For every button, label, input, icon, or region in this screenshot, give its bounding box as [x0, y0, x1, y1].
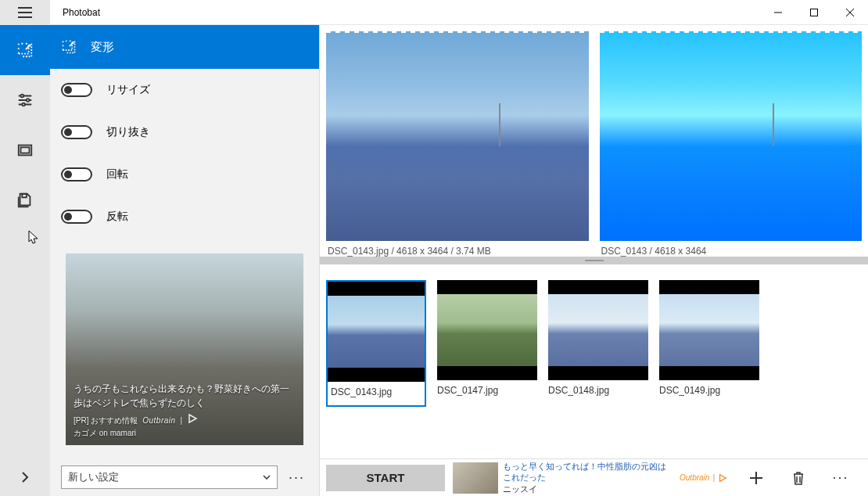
- sliders-icon: [16, 92, 34, 109]
- svg-point-2: [27, 99, 30, 102]
- thumbnail-label: DSC_0149.jpg: [659, 380, 759, 396]
- cursor-icon: [28, 230, 39, 244]
- footer-ad-text: もっと早く知ってれば！中性脂肪の元凶はこれだった ニッスイ: [503, 461, 675, 494]
- thumbnail-item[interactable]: DSC_0143.jpg: [326, 280, 426, 407]
- plus-icon: [748, 470, 764, 486]
- preview-after: DSC_0143 / 4618 x 3464: [600, 31, 863, 257]
- thumbnail-item[interactable]: DSC_0147.jpg: [437, 280, 537, 396]
- frame-icon: [16, 142, 34, 159]
- thumbnail-item[interactable]: DSC_0149.jpg: [659, 280, 759, 396]
- app-title: Photobat: [50, 7, 760, 18]
- thumbnail-label: DSC_0143.jpg: [328, 382, 425, 397]
- tool-save[interactable]: [0, 175, 50, 225]
- toggle-flip[interactable]: [61, 210, 92, 224]
- save-stack-icon: [16, 192, 34, 209]
- ad-play-icon: [187, 413, 198, 427]
- cursor-placeholder: [0, 225, 50, 275]
- start-button-label: START: [367, 471, 405, 484]
- content-area: DSC_0143.jpg / 4618 x 3464 / 3.74 MB DSC…: [320, 25, 868, 496]
- crop-icon: [61, 39, 77, 55]
- thumbnail-label: DSC_0148.jpg: [548, 380, 648, 396]
- thumbnail-image: [437, 280, 537, 380]
- ad-play-icon: [718, 473, 727, 483]
- options-more-button[interactable]: ···: [285, 469, 308, 486]
- option-flip[interactable]: 反転: [50, 196, 319, 238]
- ad-sub: カゴメ on mamari: [74, 427, 296, 439]
- start-button[interactable]: START: [326, 465, 445, 491]
- rail-expand-button[interactable]: [0, 458, 50, 496]
- toggle-crop[interactable]: [61, 125, 92, 139]
- thumbnail-strip: DSC_0143.jpg DSC_0147.jpg DSC_0148.jpg D…: [320, 264, 868, 458]
- chevron-down-icon: [263, 475, 271, 480]
- preview-after-image[interactable]: [600, 31, 863, 241]
- ad-separator: |: [181, 415, 183, 426]
- toggle-resize[interactable]: [61, 83, 92, 97]
- ad-brand: Outbrain: [142, 415, 175, 426]
- thumbnail-image: [328, 282, 425, 382]
- option-rotate-label: 回転: [106, 167, 128, 182]
- settings-select[interactable]: 新しい設定: [61, 465, 278, 489]
- option-crop-label: 切り抜き: [106, 125, 150, 139]
- horizontal-splitter[interactable]: [320, 257, 868, 264]
- window-controls: [760, 0, 868, 24]
- svg-rect-0: [811, 9, 818, 16]
- footer-ad-line2: ニッスイ: [503, 483, 675, 494]
- footer-ad-image: [453, 462, 498, 494]
- option-crop[interactable]: 切り抜き: [50, 111, 319, 153]
- tool-rail: [0, 25, 50, 496]
- ad-headline: うちの子もこれなら出来るかも？野菜好きへの第一歩はベジトレで焦らずたのしく: [74, 382, 296, 410]
- tool-frame[interactable]: [0, 125, 50, 175]
- preview-after-caption: DSC_0143 / 4618 x 3464: [600, 241, 863, 257]
- more-icon: ···: [829, 469, 852, 486]
- hamburger-icon: [18, 7, 32, 18]
- main-row: 変形 リサイズ 切り抜き 回転 反転 うちの子もこれなら出来るかも？野菜好きへの…: [0, 25, 868, 496]
- trash-icon: [791, 470, 806, 486]
- add-button[interactable]: [735, 459, 777, 497]
- preview-before-caption: DSC_0143.jpg / 4618 x 3464 / 3.74 MB: [326, 241, 589, 257]
- options-panel: 変形 リサイズ 切り抜き 回転 反転 うちの子もこれなら出来るかも？野菜好きへの…: [50, 25, 320, 496]
- preview-row: DSC_0143.jpg / 4618 x 3464 / 3.74 MB DSC…: [320, 25, 868, 257]
- footer-more-button[interactable]: ···: [820, 459, 862, 497]
- tool-adjust[interactable]: [0, 75, 50, 125]
- toggle-rotate[interactable]: [61, 167, 92, 182]
- footer-ad-brand: Outbrain: [680, 473, 709, 482]
- footer-icons: ···: [735, 459, 862, 497]
- svg-point-3: [22, 103, 25, 106]
- option-flip-label: 反転: [106, 210, 128, 224]
- option-resize-label: リサイズ: [106, 83, 150, 97]
- content-footer: START もっと早く知ってれば！中性脂肪の元凶はこれだった ニッスイ Outb…: [320, 458, 868, 496]
- settings-select-label: 新しい設定: [68, 470, 119, 484]
- ad-separator: |: [712, 473, 715, 482]
- preview-before: DSC_0143.jpg / 4618 x 3464 / 3.74 MB: [326, 31, 589, 257]
- preview-before-image[interactable]: [326, 31, 589, 241]
- thumbnail-image: [548, 280, 648, 380]
- options-header[interactable]: 変形: [50, 25, 319, 69]
- svg-rect-6: [22, 194, 26, 198]
- hamburger-button[interactable]: [0, 0, 50, 24]
- option-rotate[interactable]: 回転: [50, 153, 319, 196]
- options-bottombar: 新しい設定 ···: [50, 458, 319, 496]
- footer-ad[interactable]: もっと早く知ってれば！中性脂肪の元凶はこれだった ニッスイ Outbrain |: [453, 461, 727, 495]
- minimize-button[interactable]: [760, 0, 796, 24]
- svg-rect-5: [21, 147, 30, 153]
- svg-point-1: [21, 95, 24, 98]
- thumbnail-item[interactable]: DSC_0148.jpg: [548, 280, 648, 396]
- footer-ad-brand-wrap: Outbrain |: [680, 473, 727, 483]
- ad-panel[interactable]: うちの子もこれなら出来るかも？野菜好きへの第一歩はベジトレで焦らずたのしく [P…: [66, 253, 303, 445]
- ad-text: うちの子もこれなら出来るかも？野菜好きへの第一歩はベジトレで焦らずたのしく [P…: [74, 382, 296, 439]
- footer-ad-line1: もっと早く知ってれば！中性脂肪の元凶はこれだった: [503, 461, 675, 483]
- chevron-right-icon: [21, 472, 29, 483]
- tool-transform[interactable]: [0, 25, 50, 75]
- ad-pr-label: [PR] おすすめ情報: [74, 415, 138, 426]
- titlebar: Photobat: [0, 0, 868, 25]
- maximize-button[interactable]: [796, 0, 832, 24]
- close-button[interactable]: [832, 0, 868, 24]
- delete-button[interactable]: [777, 459, 820, 497]
- thumbnail-label: DSC_0147.jpg: [437, 380, 537, 396]
- options-header-label: 変形: [91, 40, 114, 55]
- crop-icon: [16, 41, 34, 59]
- option-resize[interactable]: リサイズ: [50, 69, 319, 111]
- thumbnail-image: [659, 280, 759, 380]
